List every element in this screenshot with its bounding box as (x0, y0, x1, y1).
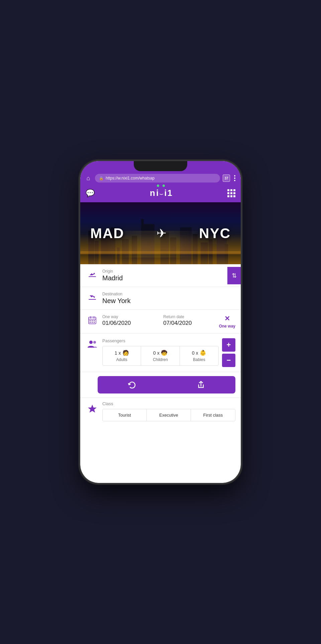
destination-code: NYC (199, 225, 231, 241)
adults-count: 1 (115, 350, 117, 356)
menu-dots[interactable] (233, 174, 237, 182)
logo-i2: i (164, 188, 167, 198)
phone-frame: ⌂ 🔒 https://w.nixi1.com/whatsap 37 💬 (80, 161, 241, 483)
calendar-icon (86, 316, 99, 327)
children-count: 0 (153, 350, 156, 356)
class-content: Class Tourist Executive First class (102, 401, 235, 421)
one-way-label: One way (219, 324, 235, 329)
url-bar[interactable]: 🔒 https://w.nixi1.com/whatsap (95, 174, 220, 183)
hero-content: MAD ✈ NYC (80, 225, 241, 241)
svg-point-10 (89, 341, 93, 344)
notch (134, 161, 187, 171)
passengers-icon (86, 340, 99, 351)
babies-count: 0 (192, 350, 195, 356)
executive-class[interactable]: Executive (147, 409, 191, 421)
home-icon[interactable]: ⌂ (84, 175, 92, 182)
outbound-date: 01/06/2020 (102, 320, 158, 327)
svg-rect-4 (90, 320, 91, 321)
passengers-label: Passengers (102, 338, 219, 343)
swap-button[interactable]: ⇅ (227, 267, 241, 284)
origin-value: Madrid (102, 274, 235, 282)
origin-row[interactable]: Origin Madrid ⇅ (80, 264, 241, 287)
passengers-content: Passengers 1 x 🧑 Adults (102, 338, 219, 366)
adults-label: Adults (116, 357, 127, 362)
plane-icon: ✈ (156, 226, 167, 240)
share-button[interactable] (167, 376, 235, 393)
class-row: Class Tourist Executive First class (80, 398, 241, 425)
date-fields: One way 01/06/2020 Return date 07/04/202… (99, 314, 219, 327)
origin-code: MAD (90, 225, 124, 241)
class-grid: Tourist Executive First class (102, 409, 235, 421)
destination-row[interactable]: Destination New York (80, 287, 241, 310)
children-cell[interactable]: 0 x 🧒 Children (141, 346, 180, 365)
child-icon: 🧒 (161, 350, 168, 356)
svg-marker-12 (88, 405, 97, 413)
takeoff-icon (86, 270, 99, 281)
passengers-grid: 1 x 🧑 Adults 0 x 🧒 (102, 346, 219, 366)
outbound-date-field[interactable]: One way 01/06/2020 (102, 314, 158, 327)
babies-cell[interactable]: 0 x 👶 Babies (180, 346, 218, 365)
svg-rect-5 (92, 320, 93, 321)
url-text: https://w.nixi1.com/whatsap (106, 176, 216, 181)
chat-icon[interactable]: 💬 (86, 189, 95, 198)
children-label: Children (153, 357, 168, 362)
first-class[interactable]: First class (191, 409, 235, 421)
form-area: Origin Madrid ⇅ Destination New York (80, 264, 241, 425)
svg-rect-6 (94, 320, 95, 321)
action-buttons (80, 372, 241, 398)
destination-field[interactable]: Destination New York (99, 292, 222, 305)
class-label: Class (102, 401, 235, 406)
return-date-field[interactable]: Return date 07/04/2020 (163, 314, 219, 327)
adults-cell[interactable]: 1 x 🧑 Adults (103, 346, 141, 365)
reset-button[interactable] (98, 376, 167, 393)
destination-label: Destination (102, 292, 222, 296)
landing-icon (86, 293, 99, 304)
road-trails (80, 252, 241, 253)
destination-value: New York (102, 297, 222, 305)
svg-rect-7 (90, 322, 91, 323)
app-header: 💬 n i ⌣ i 1 (80, 185, 241, 202)
svg-point-11 (93, 341, 96, 344)
phone-screen: ⌂ 🔒 https://w.nixi1.com/whatsap 37 💬 (80, 161, 241, 483)
logo-text: n (150, 188, 155, 198)
tab-count[interactable]: 37 (223, 174, 230, 182)
lock-icon: 🔒 (99, 176, 104, 181)
logo-container: n i ⌣ i 1 (150, 188, 172, 198)
hero-section: MAD ✈ NYC (80, 202, 241, 264)
svg-rect-8 (92, 322, 93, 323)
star-icon (86, 404, 99, 416)
return-date: 07/04/2020 (163, 320, 219, 327)
adult-icon: 🧑 (122, 350, 129, 356)
decrease-passengers-button[interactable]: − (222, 354, 235, 367)
increase-passengers-button[interactable]: + (222, 338, 235, 352)
dates-row[interactable]: One way 01/06/2020 Return date 07/04/202… (80, 310, 241, 334)
logo-1: 1 (167, 188, 172, 198)
close-return-button[interactable]: ✕ (224, 314, 230, 323)
baby-icon: 👶 (200, 350, 206, 356)
logo-i1: i (156, 188, 158, 198)
grid-icon[interactable] (227, 189, 235, 197)
passengers-controls: + − (222, 338, 235, 367)
svg-rect-9 (94, 322, 95, 323)
origin-field[interactable]: Origin Madrid (99, 269, 235, 282)
date-close: ✕ One way (219, 314, 235, 329)
logo-arc: ⌣ (159, 190, 164, 198)
babies-label: Babies (193, 357, 205, 362)
tourist-class[interactable]: Tourist (103, 409, 147, 421)
return-label: Return date (163, 314, 219, 319)
origin-label: Origin (102, 269, 235, 274)
outbound-label: One way (102, 314, 158, 319)
passengers-row: Passengers 1 x 🧑 Adults (80, 334, 241, 372)
